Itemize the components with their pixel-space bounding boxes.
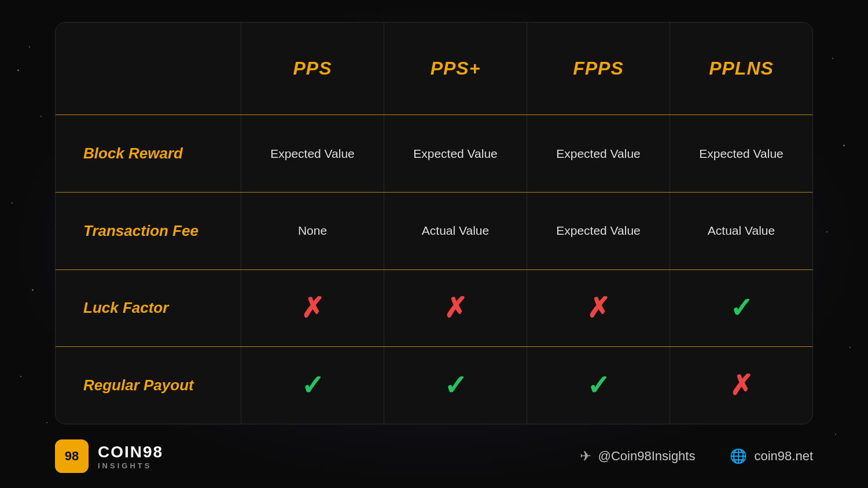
cell-payout-fpps: ✓ [527,347,670,424]
social-website: 🌐 coin98.net [730,448,813,464]
brand-left: 98 COIN98 INSIGHTS [55,439,163,473]
brand-logo-icon: 98 [55,439,89,473]
cell-luck-ppsplus: ✗ [384,270,527,347]
header-pplns: PPLNS [670,23,812,114]
row-label-regular-payout: Regular Payout [56,347,241,424]
star [46,422,47,423]
cell-payout-pplns: ✗ [670,347,812,424]
main-card: PPS PPS+ FPPS PPLNS Block Reward Expecte… [55,22,813,424]
cell-luck-pplns: ✓ [670,270,812,347]
comparison-table: PPS PPS+ FPPS PPLNS Block Reward Expecte… [56,23,812,424]
star [849,347,851,348]
cell-txfee-pps: None [241,193,384,269]
cell-txfee-pplns: Actual Value [670,193,812,269]
star [32,289,34,291]
row-label-block-reward: Block Reward [56,115,241,192]
cell-payout-ppsplus: ✓ [384,347,527,424]
cell-block-reward-pplns: Expected Value [670,115,812,192]
table-header: PPS PPS+ FPPS PPLNS [56,23,812,115]
brand-name-block: COIN98 INSIGHTS [98,443,163,470]
row-transaction-fee: Transaction Fee None Actual Value Expect… [56,193,812,270]
star [12,202,13,204]
row-luck-factor: Luck Factor ✗ ✗ ✗ ✓ [56,270,812,347]
cell-txfee-fpps: Expected Value [527,193,670,269]
globe-icon: 🌐 [730,448,747,464]
footer: 98 COIN98 INSIGHTS ✈ @Coin98Insights 🌐 c… [0,424,868,488]
row-label-transaction-fee: Transaction Fee [56,193,241,269]
header-fpps: FPPS [527,23,670,114]
table-body: Block Reward Expected Value Expected Val… [56,115,812,424]
star [832,58,833,59]
brand-right: ✈ @Coin98Insights 🌐 coin98.net [580,448,813,464]
row-block-reward: Block Reward Expected Value Expected Val… [56,115,812,193]
star [17,69,19,71]
telegram-icon: ✈ [580,448,591,464]
cell-luck-pps: ✗ [241,270,384,347]
row-label-luck-factor: Luck Factor [56,270,241,347]
cell-luck-fpps: ✗ [527,270,670,347]
star [826,231,827,232]
star [29,46,30,47]
star [20,376,21,377]
header-pps: PPS [241,23,384,114]
row-regular-payout: Regular Payout ✓ ✓ ✓ ✗ [56,347,812,424]
cell-payout-pps: ✓ [241,347,384,424]
cell-block-reward-pps: Expected Value [241,115,384,192]
social-telegram: ✈ @Coin98Insights [580,448,696,464]
star [41,116,42,117]
header-empty-cell [56,23,241,114]
header-ppsplus: PPS+ [384,23,527,114]
star [843,145,845,146]
cell-block-reward-fpps: Expected Value [527,115,670,192]
cell-txfee-ppsplus: Actual Value [384,193,527,269]
cell-block-reward-ppsplus: Expected Value [384,115,527,192]
